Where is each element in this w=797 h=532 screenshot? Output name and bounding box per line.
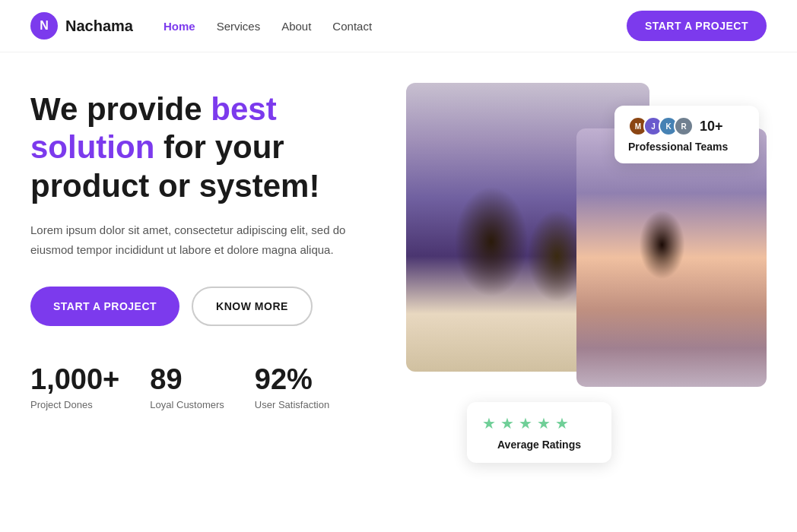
ratings-label: Average Ratings <box>482 439 596 451</box>
stat-customers: 89 Loyal Customers <box>150 364 224 410</box>
stat-projects-label: Project Dones <box>30 399 119 410</box>
stat-satisfaction-number: 92% <box>255 364 329 396</box>
nav-services[interactable]: Services <box>217 20 261 33</box>
logo: N Nachama <box>30 12 133 40</box>
right-panel: M J K R 10+ Professional Teams ★ ★ ★ ★ ★… <box>406 83 767 508</box>
avatar-4: R <box>674 116 694 136</box>
navbar: N Nachama Home Services About Contact ST… <box>0 0 797 52</box>
hero-title-part1: We provide <box>30 91 211 127</box>
hero-title: We provide best solution for your produc… <box>30 90 391 205</box>
teams-card: M J K R 10+ Professional Teams <box>614 106 759 163</box>
start-project-nav-button[interactable]: START A PROJECT <box>627 11 767 41</box>
know-more-button[interactable]: KNOW MORE <box>192 287 313 326</box>
stat-satisfaction-label: User Satisfaction <box>255 399 329 410</box>
stars-row: ★ ★ ★ ★ ★ <box>482 414 596 432</box>
stats-row: 1,000+ Project Dones 89 Loyal Customers … <box>30 364 391 410</box>
teams-card-top: M J K R 10+ <box>628 116 745 136</box>
logo-text: Nachama <box>65 17 133 35</box>
nav-home[interactable]: Home <box>164 20 195 33</box>
start-project-main-button[interactable]: START A PROJECT <box>30 287 179 326</box>
star-5: ★ <box>555 414 569 432</box>
hero-buttons: START A PROJECT KNOW MORE <box>30 287 391 326</box>
avatar-group: M J K R <box>628 116 694 136</box>
star-3: ★ <box>519 414 532 432</box>
hero-description: Lorem ipsum dolor sit amet, consectetur … <box>30 220 357 259</box>
left-panel: We provide best solution for your produc… <box>30 83 391 508</box>
teams-label: Professional Teams <box>628 141 745 153</box>
teams-count: 10+ <box>700 119 723 135</box>
nav-contact[interactable]: Contact <box>332 20 372 33</box>
nav-about[interactable]: About <box>281 20 311 33</box>
stat-projects-number: 1,000+ <box>30 364 119 396</box>
logo-icon: N <box>30 12 58 40</box>
main-content: We provide best solution for your produc… <box>0 52 797 524</box>
stat-projects: 1,000+ Project Dones <box>30 364 119 410</box>
star-4: ★ <box>537 414 551 432</box>
ratings-card: ★ ★ ★ ★ ★ Average Ratings <box>467 402 611 463</box>
stat-customers-label: Loyal Customers <box>150 399 224 410</box>
stat-customers-number: 89 <box>150 364 224 396</box>
stat-satisfaction: 92% User Satisfaction <box>255 364 329 410</box>
secondary-image <box>576 128 767 387</box>
nav-links: Home Services About Contact <box>164 20 372 33</box>
star-2: ★ <box>500 414 514 432</box>
photo-secondary <box>576 128 767 387</box>
star-1: ★ <box>482 414 496 432</box>
